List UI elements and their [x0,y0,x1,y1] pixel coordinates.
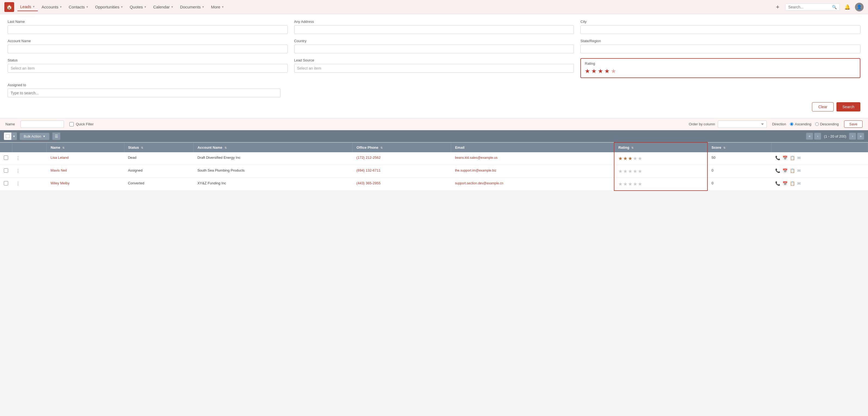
name-filter-input[interactable] [21,120,64,128]
clear-button[interactable]: Clear [812,102,833,111]
row-star-5[interactable]: ★ [638,181,642,187]
nav-leads[interactable]: Leads ▼ [18,3,38,11]
list-icon[interactable]: 📋 [790,181,795,186]
direction-ascending-radio[interactable] [790,123,794,126]
any-address-input[interactable] [294,25,574,34]
nav-more[interactable]: More ▼ [208,3,227,11]
nav-contacts[interactable]: Contacts ▼ [66,3,91,11]
calendar-icon[interactable]: 📅 [782,168,788,173]
next-page-button[interactable]: › [849,133,856,140]
row-name-link[interactable]: Mavis Neil [51,168,67,172]
global-search[interactable]: 🔍 [785,4,840,11]
calendar-icon[interactable]: 📅 [782,181,788,186]
row-phone-link[interactable]: (443) 365-2955 [356,181,381,185]
save-button[interactable]: Save [844,120,863,128]
row-star-4[interactable]: ★ [633,155,637,162]
col-actions [771,142,868,152]
list-view-button[interactable]: ☰ [52,132,60,140]
rating-star-5[interactable]: ★ [611,68,616,75]
notifications-button[interactable]: 🔔 [843,3,852,11]
row-menu-icon[interactable]: ⋮ [16,156,20,161]
col-score[interactable]: Score ⇅ [708,142,772,152]
row-star-1[interactable]: ★ [618,168,623,174]
direction-descending[interactable]: Descending [815,122,839,126]
city-input[interactable] [580,25,860,34]
row-star-3[interactable]: ★ [628,168,632,174]
order-by-select[interactable] [718,120,767,128]
col-status[interactable]: Status ⇅ [124,142,193,152]
first-page-button[interactable]: « [806,133,813,140]
nav-accounts[interactable]: Accounts ▼ [39,3,65,11]
row-star-4[interactable]: ★ [633,181,637,187]
col-office-phone[interactable]: Office Phone ⇅ [353,142,451,152]
list-icon[interactable]: 📋 [790,168,795,173]
col-email[interactable]: Email [451,142,614,152]
search-input[interactable] [788,5,831,9]
rating-star-4[interactable]: ★ [604,68,610,75]
row-phone-link[interactable]: (694) 132-6711 [356,168,381,172]
row-star-1[interactable]: ★ [618,155,623,162]
row-star-4[interactable]: ★ [633,168,637,174]
rating-star-1[interactable]: ★ [585,68,590,75]
row-star-2[interactable]: ★ [623,168,627,174]
add-button[interactable]: + [773,3,782,11]
calendar-icon[interactable]: 📅 [782,155,788,161]
select-all-arrow[interactable]: ▼ [11,132,17,140]
row-menu-icon[interactable]: ⋮ [16,169,20,173]
rating-label: Rating [585,62,856,66]
call-icon[interactable]: 📞 [775,168,780,173]
cell-checkbox [0,165,12,178]
col-rating[interactable]: Rating ⇅ [614,142,707,152]
nav-quotes[interactable]: Quotes ▼ [127,3,149,11]
bulk-action-button[interactable]: Bulk Action ▼ [20,133,50,140]
state-region-input[interactable] [580,44,860,53]
row-star-3[interactable]: ★ [628,181,632,187]
account-name-input[interactable] [8,44,288,53]
call-icon[interactable]: 📞 [775,155,780,161]
order-by-label: Order by column [689,122,715,126]
row-name-link[interactable]: Wiley Melby [51,181,70,185]
row-checkbox[interactable] [4,181,8,185]
row-star-5[interactable]: ★ [638,168,642,174]
row-name-link[interactable]: Lisa Leland [51,155,69,160]
email-icon[interactable]: ✉ [797,168,801,173]
assigned-to-input[interactable] [8,89,281,97]
col-account-name[interactable]: Account Name ⇅ [193,142,352,152]
list-icon[interactable]: 📋 [790,155,795,161]
row-email-link[interactable]: support.section.dev@example.cn [455,181,503,185]
email-icon[interactable]: ✉ [797,155,801,161]
rating-star-3[interactable]: ★ [598,68,603,75]
last-page-button[interactable]: » [857,133,864,140]
rating-star-2[interactable]: ★ [591,68,597,75]
call-icon[interactable]: 📞 [775,181,780,186]
row-star-3[interactable]: ★ [628,155,632,162]
row-star-2[interactable]: ★ [623,181,627,187]
direction-descending-radio[interactable] [815,123,819,126]
last-name-input[interactable] [8,25,288,34]
nav-opportunities[interactable]: Opportunities ▼ [93,3,126,11]
lead-source-select[interactable]: Select an item [294,64,574,73]
search-button[interactable]: Search [836,102,860,111]
row-star-1[interactable]: ★ [618,181,623,187]
nav-calendar[interactable]: Calendar ▼ [151,3,176,11]
quick-filter-checkbox[interactable] [69,122,74,127]
row-star-5[interactable]: ★ [638,155,642,162]
row-checkbox[interactable] [4,155,8,160]
row-checkbox[interactable] [4,168,8,173]
row-email-link[interactable]: beans.kid.sales@example.us [455,156,497,160]
country-input[interactable] [294,44,574,53]
direction-ascending[interactable]: Ascending [790,122,811,126]
row-email-link[interactable]: the.support.im@example.biz [455,169,496,172]
status-select[interactable]: Select an item [8,64,288,73]
row-star-2[interactable]: ★ [623,155,627,162]
nav-documents[interactable]: Documents ▼ [178,3,207,11]
prev-page-button[interactable]: ‹ [814,133,821,140]
row-menu-icon[interactable]: ⋮ [16,181,20,186]
account-name-group: Account Name [8,39,288,53]
col-name[interactable]: Name ⇅ [47,142,124,152]
home-button[interactable]: 🏠 [4,2,14,12]
user-avatar[interactable]: 👤 [855,3,864,11]
select-all-checkbox[interactable] [4,132,11,140]
row-phone-link[interactable]: (172) 212-2562 [356,155,381,160]
email-icon[interactable]: ✉ [797,181,801,186]
